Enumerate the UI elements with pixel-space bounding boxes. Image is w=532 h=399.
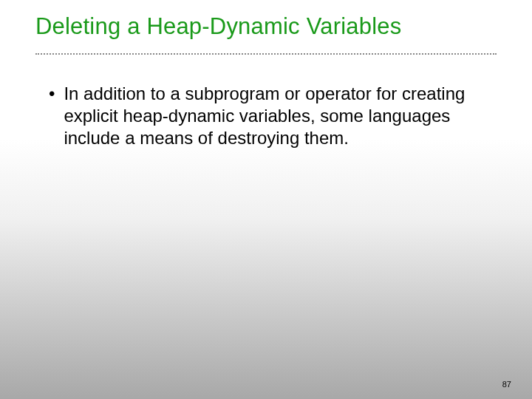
slide: Deleting a Heap-Dynamic Variables • In a…: [0, 0, 532, 399]
bullet-text: In addition to a subprogram or operator …: [64, 83, 497, 149]
bullet-item: • In addition to a subprogram or operato…: [49, 83, 497, 149]
page-number: 87: [502, 380, 511, 389]
bullet-marker-icon: •: [49, 83, 55, 105]
slide-body: • In addition to a subprogram or operato…: [0, 55, 532, 149]
slide-title: Deleting a Heap-Dynamic Variables: [0, 0, 532, 46]
